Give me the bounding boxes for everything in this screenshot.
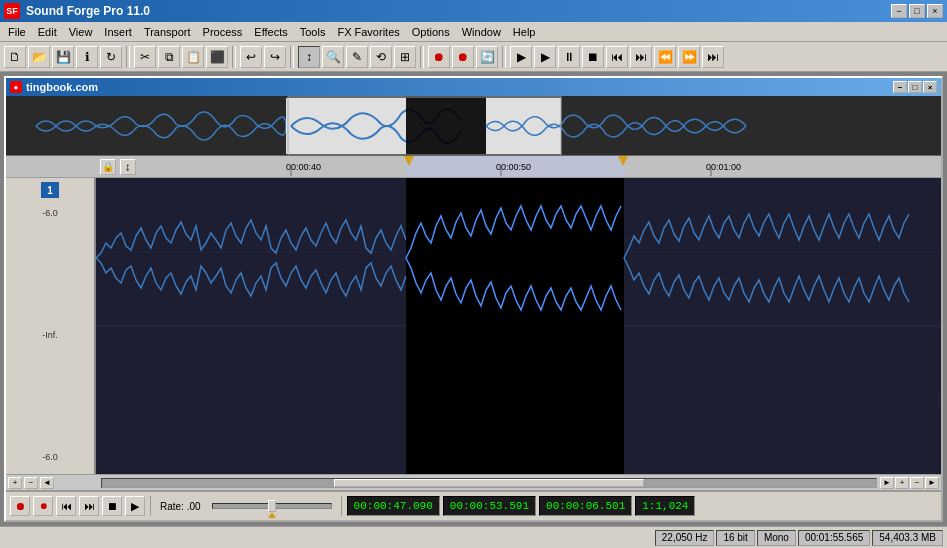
transport-stop-button[interactable]: ⏹ (102, 496, 122, 516)
scroll-right-button[interactable]: ► (880, 477, 894, 489)
paste2-button[interactable]: ⬛ (206, 46, 228, 68)
transport-record2-button[interactable]: ⏺ (33, 496, 53, 516)
transport-play-button[interactable]: ▶ (125, 496, 145, 516)
db-label-mid: -Inf. (42, 330, 58, 340)
loop-tool[interactable]: ⟲ (370, 46, 392, 68)
doc-icon: ● (10, 81, 22, 93)
separator-1 (126, 46, 130, 68)
menu-effects[interactable]: Effects (248, 24, 293, 40)
pitch-slider-container[interactable] (212, 498, 332, 514)
pause-tb-button[interactable]: ⏸ (558, 46, 580, 68)
window-controls: − □ × (891, 4, 943, 18)
menu-bar: File Edit View Insert Transport Process … (0, 22, 947, 42)
menu-tools[interactable]: Tools (294, 24, 332, 40)
open-button[interactable]: 📂 (28, 46, 50, 68)
minimize-button[interactable]: − (891, 4, 907, 18)
zoom-sub-button[interactable]: − (24, 477, 38, 489)
zoom-tool[interactable]: 🔍 (322, 46, 344, 68)
pitch-thumb[interactable] (268, 500, 276, 512)
stop-tb-button[interactable]: ⏹ (582, 46, 604, 68)
rew-tb-button[interactable]: ⏪ (654, 46, 676, 68)
track-content[interactable] (96, 178, 941, 474)
scroll-end-button[interactable]: ► (925, 477, 939, 489)
transport-next-button[interactable]: ⏭ (79, 496, 99, 516)
transport-record-button[interactable]: ⏺ (10, 496, 30, 516)
paste-button[interactable]: 📋 (182, 46, 204, 68)
record2-button[interactable]: ⏺ (452, 46, 474, 68)
main-waveform (96, 178, 941, 474)
h-scrollbar[interactable]: + − ◄ ► + − ► (6, 474, 941, 490)
document-titlebar: ● tingbook.com − □ × (6, 78, 941, 96)
new-button[interactable]: 🗋 (4, 46, 26, 68)
h-scroll-track[interactable] (101, 478, 877, 488)
document-title: tingbook.com (26, 81, 893, 93)
separator-4 (420, 46, 424, 68)
menu-edit[interactable]: Edit (32, 24, 63, 40)
end-tb-button[interactable]: ⏭ (702, 46, 724, 68)
document-window: ● tingbook.com − □ × // Will (4, 76, 943, 522)
menu-transport[interactable]: Transport (138, 24, 197, 40)
pencil-tool[interactable]: ✎ (346, 46, 368, 68)
menu-file[interactable]: File (2, 24, 32, 40)
duration-display: 00:01:55.565 (798, 530, 870, 546)
zoom-out-button[interactable]: − (910, 477, 924, 489)
menu-window[interactable]: Window (456, 24, 507, 40)
snap-button[interactable]: ⊞ (394, 46, 416, 68)
h-scroll-thumb[interactable] (334, 479, 644, 487)
sample-rate-display: 22,050 Hz (655, 530, 715, 546)
zoom-add-button[interactable]: + (8, 477, 22, 489)
svg-rect-10 (406, 178, 624, 474)
doc-close-button[interactable]: × (923, 81, 937, 93)
status-bar: 22,050 Hz 16 bit Mono 00:01:55.565 54,40… (0, 526, 947, 548)
left-marker[interactable] (404, 156, 414, 166)
close-button[interactable]: × (927, 4, 943, 18)
prev-tb-button[interactable]: ⏮ (606, 46, 628, 68)
track-header: 1 -6.0 -Inf. -6.0 (6, 178, 96, 474)
time-display-2: 00:00:53.591 (443, 496, 536, 516)
cursor-tool[interactable]: ↕ (298, 46, 320, 68)
copy-button[interactable]: ⧉ (158, 46, 180, 68)
content-area: ● tingbook.com − □ × // Will (0, 72, 947, 526)
ff-tb-button[interactable]: ⏩ (678, 46, 700, 68)
save-button[interactable]: 💾 (52, 46, 74, 68)
ruler-track[interactable]: 00:00:40 00:00:50 00:01:00 (186, 156, 851, 177)
track-area: 1 -6.0 -Inf. -6.0 (6, 178, 941, 474)
transport-bar: ⏺ ⏺ ⏮ ⏭ ⏹ ▶ Rate: .00 00:00:47.090 00:00… (6, 490, 941, 520)
zoom-display: 1:1,024 (635, 496, 695, 516)
overview-strip[interactable]: // Will be drawn via inline SVG paths (6, 96, 941, 156)
menu-help[interactable]: Help (507, 24, 542, 40)
undo-button[interactable]: ↩ (240, 46, 262, 68)
transport-prev-button[interactable]: ⏮ (56, 496, 76, 516)
maximize-button[interactable]: □ (909, 4, 925, 18)
app-window: SF Sound Forge Pro 11.0 − □ × File Edit … (0, 0, 947, 548)
toolbar: 🗋 📂 💾 ℹ ↻ ✂ ⧉ 📋 ⬛ ↩ ↪ ↕ 🔍 ✎ ⟲ ⊞ ⏺ ⏺ 🔄 ▶ … (0, 42, 947, 72)
menu-options[interactable]: Options (406, 24, 456, 40)
db-label-top: -6.0 (42, 208, 58, 218)
timeline-ruler[interactable]: 🔒 ↨ 00:00:40 00:00:50 00:01:00 (6, 156, 941, 178)
snap-ruler-button[interactable]: ↨ (120, 159, 136, 175)
time-display-1: 00:00:47.090 (347, 496, 440, 516)
overview-waveform: // Will be drawn via inline SVG paths (6, 96, 941, 156)
redo-button[interactable]: ↪ (264, 46, 286, 68)
time-display-3: 00:00:06.501 (539, 496, 632, 516)
properties-button[interactable]: ℹ (76, 46, 98, 68)
scroll-left-button[interactable]: ◄ (40, 477, 54, 489)
play2-tb-button[interactable]: ▶ (534, 46, 556, 68)
right-marker[interactable] (618, 156, 628, 166)
loop-rec-button[interactable]: 🔄 (476, 46, 498, 68)
menu-fx-favorites[interactable]: FX Favorites (331, 24, 405, 40)
refresh-button[interactable]: ↻ (100, 46, 122, 68)
doc-minimize-button[interactable]: − (893, 81, 907, 93)
record-button[interactable]: ⏺ (428, 46, 450, 68)
zoom-in-button[interactable]: + (895, 477, 909, 489)
lock-button[interactable]: 🔒 (100, 159, 116, 175)
next-tb-button[interactable]: ⏭ (630, 46, 652, 68)
play-tb-button[interactable]: ▶ (510, 46, 532, 68)
cut-button[interactable]: ✂ (134, 46, 156, 68)
menu-view[interactable]: View (63, 24, 99, 40)
db-label-bot: -6.0 (42, 452, 58, 462)
svg-rect-2 (406, 96, 486, 156)
menu-insert[interactable]: Insert (98, 24, 138, 40)
menu-process[interactable]: Process (197, 24, 249, 40)
doc-maximize-button[interactable]: □ (908, 81, 922, 93)
